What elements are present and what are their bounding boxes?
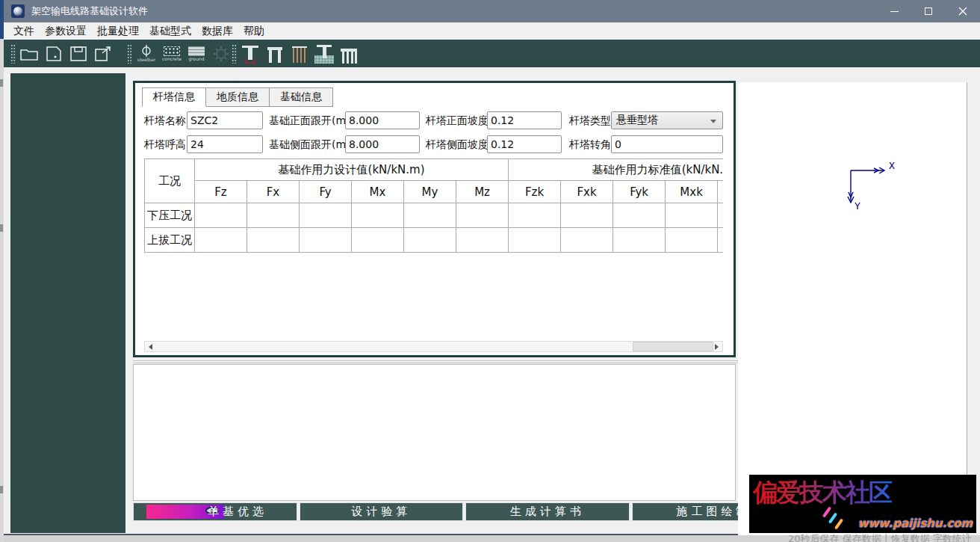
- minimize-button[interactable]: [877, 0, 911, 22]
- front-span-label: 基础正面跟开(m): [269, 111, 350, 129]
- side-slope-label: 杆塔侧面坡度: [426, 135, 489, 153]
- canvas-vertical-scrollbar[interactable]: [967, 82, 980, 535]
- row-compression-label: 下压工况: [145, 203, 195, 228]
- maximize-button[interactable]: [911, 0, 946, 22]
- col-mz: Mz: [456, 181, 509, 203]
- save-button[interactable]: [67, 43, 90, 64]
- ground-icon: [188, 46, 205, 56]
- col-mxk: Mxk: [666, 181, 718, 203]
- menubar: 文件 参数设置 批量处理 基础型式 数据库 帮助: [4, 22, 980, 40]
- load-cell[interactable]: [666, 228, 718, 253]
- edit-export-button[interactable]: [92, 43, 114, 64]
- side-slope-input[interactable]: [487, 135, 562, 153]
- load-cell[interactable]: [195, 228, 247, 253]
- open-file-button[interactable]: [18, 43, 40, 64]
- anchored-foundation-button[interactable]: [313, 43, 335, 64]
- pile-group-button[interactable]: [288, 43, 311, 64]
- load-cell[interactable]: [300, 203, 352, 228]
- front-span-input[interactable]: [345, 111, 420, 129]
- design-force-group-header: 基础作用力设计值(kN/kN.m): [195, 159, 509, 181]
- col-fxk: Fxk: [561, 181, 613, 203]
- rotation-angle-label: 杆塔转角: [569, 135, 611, 153]
- project-tree-panel[interactable]: [10, 73, 125, 533]
- watermark-title: 偏爱技术社区: [753, 476, 892, 510]
- load-cell[interactable]: [613, 228, 666, 253]
- tab-foundation-info[interactable]: 基础信息: [269, 87, 333, 107]
- steelbar-label: steelbar: [137, 58, 155, 62]
- rotation-angle-input[interactable]: [611, 135, 723, 153]
- side-span-input[interactable]: [345, 135, 420, 153]
- load-cell[interactable]: [613, 203, 666, 228]
- gear-icon: [213, 46, 229, 62]
- tab-tower-info[interactable]: 杆塔信息: [142, 87, 206, 107]
- load-cell[interactable]: [456, 228, 509, 253]
- tower-type-select[interactable]: 悬垂型塔: [611, 111, 723, 129]
- col-mx: Mx: [352, 181, 404, 203]
- menu-batch-processing[interactable]: 批量处理: [97, 23, 139, 40]
- app-logo-icon: [11, 4, 25, 18]
- menu-database[interactable]: 数据库: [202, 23, 233, 40]
- save-icon: [69, 46, 87, 62]
- load-cell[interactable]: [561, 228, 613, 253]
- concrete-label: concrete: [162, 57, 182, 61]
- load-cell[interactable]: [247, 228, 300, 253]
- load-cell[interactable]: [718, 203, 723, 228]
- toolbar-grip[interactable]: [10, 44, 16, 64]
- menu-foundation-type[interactable]: 基础型式: [149, 23, 191, 40]
- background-fragment: [0, 224, 3, 232]
- frame-foundation-button[interactable]: [264, 43, 286, 64]
- window-title: 架空输电线路基础设计软件: [31, 4, 148, 18]
- load-cell[interactable]: [352, 203, 404, 228]
- window-controls: [877, 0, 980, 22]
- toolbar-grip[interactable]: [232, 44, 237, 64]
- load-cell[interactable]: [352, 228, 404, 253]
- tower-info-panel: 杆塔信息 地质信息 基础信息 杆塔名称 基础正面跟开(m) 杆塔正面坡度 杆塔类…: [133, 81, 736, 357]
- tower-type-label: 杆塔类型: [569, 111, 611, 129]
- tower-height-input[interactable]: [187, 135, 263, 153]
- tower-name-input[interactable]: [187, 111, 263, 129]
- menu-help[interactable]: 帮助: [244, 23, 264, 40]
- scrollbar-thumb[interactable]: [633, 342, 713, 351]
- tab-geology-info[interactable]: 地质信息: [205, 87, 270, 107]
- load-cell[interactable]: [247, 203, 300, 228]
- load-cell[interactable]: [456, 203, 509, 228]
- new-file-button[interactable]: [43, 43, 65, 64]
- background-status-text: 20秒后保存 保存数据丨恢复数据 字数统计: [788, 532, 975, 542]
- design-check-button[interactable]: 设计验算: [300, 502, 463, 521]
- scroll-left-button[interactable]: [145, 342, 156, 351]
- load-cell[interactable]: [404, 203, 456, 228]
- load-cell[interactable]: [666, 203, 718, 228]
- concrete-tool-button[interactable]: concrete: [161, 43, 183, 64]
- close-button[interactable]: [946, 0, 980, 22]
- toolbar-grip[interactable]: [127, 44, 132, 64]
- load-cell[interactable]: [509, 203, 561, 228]
- load-cell[interactable]: [404, 228, 456, 253]
- titlebar[interactable]: 架空输电线路基础设计软件: [4, 0, 980, 22]
- load-cell[interactable]: [509, 228, 561, 253]
- menu-parameter-settings[interactable]: 参数设置: [45, 23, 87, 40]
- single-foundation-optimize-button[interactable]: 单基优选: [133, 502, 297, 521]
- standard-force-group-header: 基础作用力标准值(kN/kN.m): [509, 159, 723, 181]
- front-slope-input[interactable]: [487, 111, 562, 129]
- col-fzk: Fzk: [509, 181, 561, 203]
- generate-report-button[interactable]: 生成计算书: [465, 502, 630, 521]
- load-cell[interactable]: [718, 228, 723, 253]
- optimize-button-label: 单基优选: [208, 505, 267, 519]
- menu-file[interactable]: 文件: [13, 23, 34, 40]
- load-cell[interactable]: [561, 203, 613, 228]
- load-cell[interactable]: [300, 228, 352, 253]
- new-file-icon: [45, 46, 63, 62]
- arrow-right-icon: [715, 344, 719, 350]
- front-slope-label: 杆塔正面坡度: [426, 111, 489, 129]
- pile-cap-button[interactable]: [338, 43, 360, 64]
- load-cell[interactable]: [195, 203, 247, 228]
- scroll-right-button[interactable]: [711, 342, 722, 351]
- steelbar-icon: [140, 45, 152, 57]
- ground-tool-button[interactable]: ground: [185, 43, 208, 64]
- settings-tool-button[interactable]: [210, 43, 232, 64]
- steelbar-tool-button[interactable]: steelbar: [135, 43, 158, 64]
- watermark-banner: 偏爱技术社区 www.paijishu.com: [749, 475, 976, 533]
- horizontal-scrollbar[interactable]: [144, 341, 723, 352]
- minimize-icon: [890, 11, 899, 12]
- pad-foundation-button[interactable]: [239, 43, 261, 64]
